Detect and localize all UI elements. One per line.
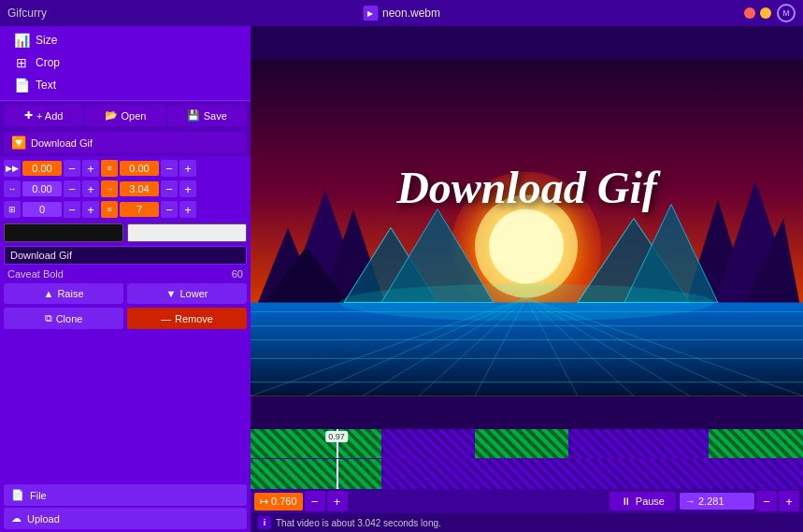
end-time-control: → 2.281 − +	[680, 491, 799, 511]
param3-minus2[interactable]: −	[161, 201, 178, 218]
size-label: Size	[36, 34, 57, 47]
end-time-value: 2.281	[698, 496, 724, 507]
param2-plus1[interactable]: +	[82, 180, 99, 197]
main-layout: 📊 Size ⊞ Crop 📄 Text ✚ + Add 📂 Open	[0, 26, 803, 532]
file-label: File	[30, 490, 47, 501]
param1-val2: 0.00	[120, 161, 159, 176]
right-panel: Download Gif 0.97	[251, 26, 803, 532]
param1-minus2[interactable]: −	[161, 160, 178, 177]
param2-val1: 0.00	[22, 181, 62, 196]
end-time-value-box: → 2.281	[680, 493, 754, 510]
end-icon: →	[685, 496, 695, 507]
download-section: 🔽 Download Gif	[0, 129, 251, 156]
add-label: + Add	[36, 110, 63, 122]
clone-button[interactable]: ⧉ Clone	[4, 308, 123, 329]
info-icon: i	[258, 516, 271, 529]
lower-button[interactable]: ▼ Lower	[127, 283, 247, 304]
param-row-3: ⊞ 0 − + ≡ 7 − +	[0, 199, 251, 220]
info-message: That video is about 3.042 seconds long.	[276, 518, 441, 528]
lower-icon: ▼	[166, 288, 177, 299]
remove-button[interactable]: — Remove	[127, 308, 247, 329]
remove-label: Remove	[175, 313, 213, 324]
playhead[interactable]: 0.97	[337, 429, 338, 458]
param1-plus1[interactable]: +	[82, 160, 99, 177]
file-icon: ▶	[363, 6, 378, 21]
start-plus-btn[interactable]: +	[327, 491, 348, 511]
lower-label: Lower	[179, 288, 208, 299]
raise-label: Raise	[57, 288, 83, 299]
end-plus-btn[interactable]: +	[779, 491, 799, 511]
upload-icon: ☁	[11, 512, 22, 525]
controls-bar: ↦ 0.760 − + ⏸ Pause → 2.281	[251, 489, 803, 513]
start-minus-btn[interactable]: −	[305, 491, 325, 511]
raise-button[interactable]: ▲ Raise	[4, 283, 123, 304]
download-header: 🔽 Download Gif	[4, 132, 247, 153]
timeline-track-2[interactable]	[251, 459, 803, 489]
tool-buttons: 📊 Size ⊞ Crop 📄 Text	[0, 26, 251, 99]
text-overlay-input[interactable]	[4, 246, 247, 265]
color-swatch-white[interactable]	[127, 223, 247, 242]
minimize-button[interactable]	[760, 7, 771, 19]
color-swatch-black[interactable]	[4, 223, 123, 242]
clone-remove-row: ⧉ Clone — Remove	[0, 306, 251, 331]
param2-plus2[interactable]: +	[179, 180, 196, 197]
param2-icon2: →	[101, 180, 118, 197]
clone-icon: ⧉	[45, 312, 52, 324]
titlebar: Gifcurry ▶ neon.webm M	[0, 0, 803, 26]
track-segment-1	[251, 429, 381, 458]
param3-plus1[interactable]: +	[82, 201, 99, 218]
timeline-track[interactable]: 0.97	[251, 429, 803, 459]
open-icon: 📂	[105, 109, 118, 122]
start-time-value-box: ↦ 0.760	[254, 493, 303, 510]
add-button[interactable]: ✚ + Add	[4, 105, 83, 126]
svg-point-31	[339, 284, 713, 322]
param3-plus2[interactable]: +	[179, 201, 196, 218]
svg-point-3	[489, 209, 564, 284]
crop-tool-button[interactable]: ⊞ Crop	[7, 52, 243, 73]
param-rows: ▶▶ 0.00 − + ≡ 0.00 − + ↔ 0.00 − + → 3.04…	[0, 156, 251, 222]
remove-icon: —	[161, 313, 171, 324]
file-button[interactable]: 📄 File	[4, 484, 247, 506]
param1-icon2: ≡	[101, 160, 118, 177]
param1-icon: ▶▶	[4, 160, 21, 177]
crop-label: Crop	[36, 56, 60, 69]
bottom-btns: 📄 File ☁ Upload	[0, 482, 251, 532]
param1-plus2[interactable]: +	[179, 160, 196, 177]
size-icon: 📊	[13, 33, 30, 48]
param-row-2: ↔ 0.00 − + → 3.04 − +	[0, 179, 251, 199]
pause-button[interactable]: ⏸ Pause	[609, 492, 676, 510]
param1-minus1[interactable]: −	[64, 160, 80, 177]
start-time-control: ↦ 0.760 − +	[254, 491, 348, 511]
crop-icon: ⊞	[13, 55, 30, 70]
track2-segment-1	[251, 459, 381, 489]
download-header-label: Download Gif	[31, 137, 93, 149]
gif-title-overlay: Download Gif	[396, 162, 657, 213]
close-button[interactable]	[744, 7, 755, 19]
left-panel: 📊 Size ⊞ Crop 📄 Text ✚ + Add 📂 Open	[0, 26, 251, 532]
start-icon: ↦	[260, 496, 268, 508]
param3-icon2: ≡	[101, 201, 118, 218]
size-tool-button[interactable]: 📊 Size	[7, 30, 243, 50]
open-button[interactable]: 📂 Open	[85, 105, 165, 126]
color-row	[0, 222, 251, 244]
param2-minus2[interactable]: −	[161, 180, 178, 197]
param3-minus1[interactable]: −	[64, 201, 80, 218]
param1-val1: 0.00	[22, 161, 62, 176]
param-row-1: ▶▶ 0.00 − + ≡ 0.00 − +	[0, 158, 251, 179]
clone-label: Clone	[56, 313, 83, 324]
text-tool-button[interactable]: 📄 Text	[7, 75, 243, 95]
save-button[interactable]: 💾 Save	[167, 105, 247, 126]
param2-minus1[interactable]: −	[64, 180, 80, 197]
pause-icon: ⏸	[621, 496, 631, 507]
pause-label: Pause	[636, 496, 665, 507]
upload-button[interactable]: ☁ Upload	[4, 508, 247, 529]
track-segment-5	[709, 429, 803, 458]
track2-segment-2	[381, 459, 803, 489]
raise-lower-row: ▲ Raise ▼ Lower	[0, 281, 251, 306]
window-controls	[744, 7, 771, 19]
playhead-label: 0.97	[325, 431, 348, 442]
filename-display: ▶ neon.webm	[363, 6, 440, 21]
font-row: Caveat Bold 60	[0, 266, 251, 281]
end-minus-btn[interactable]: −	[756, 491, 777, 511]
param2-icon: ↔	[4, 180, 21, 197]
